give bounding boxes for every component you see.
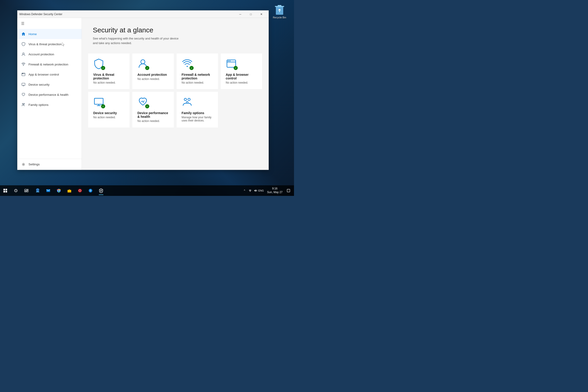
card-icon-wrap-firewall: ✓ bbox=[182, 58, 194, 70]
clock[interactable]: 9:16 Sun, May 27 bbox=[265, 187, 284, 194]
sidebar: ☰ Home bbox=[18, 18, 82, 170]
svg-rect-45 bbox=[68, 190, 71, 192]
clock-date: Sun, May 27 bbox=[267, 190, 282, 194]
svg-rect-38 bbox=[24, 191, 27, 192]
card-title-device-perf: Device performance & health bbox=[137, 111, 168, 118]
svg-rect-40 bbox=[27, 190, 28, 192]
taskbar-app-onedrive[interactable]: D bbox=[86, 186, 96, 196]
check-badge-firewall: ✓ bbox=[190, 66, 194, 70]
svg-point-19 bbox=[141, 60, 145, 64]
sidebar-item-home[interactable]: Home bbox=[18, 29, 82, 39]
sidebar-label-home: Home bbox=[28, 32, 37, 36]
svg-point-20 bbox=[186, 66, 188, 67]
svg-point-36 bbox=[15, 190, 16, 191]
subtitle-line1: See what's happening with the security a… bbox=[93, 37, 178, 40]
svg-point-48 bbox=[79, 190, 81, 192]
svg-rect-2 bbox=[278, 5, 281, 6]
home-icon bbox=[21, 32, 26, 36]
task-view-button[interactable] bbox=[21, 185, 32, 196]
title-bar: Windows Defender Security Center ─ □ ✕ bbox=[18, 10, 268, 18]
close-button[interactable]: ✕ bbox=[256, 10, 267, 18]
cards-section: ✓ Virus & threat protection No action ne… bbox=[82, 50, 268, 134]
taskbar: D ^ bbox=[0, 185, 294, 196]
svg-point-35 bbox=[14, 189, 17, 192]
card-app-browser[interactable]: ✓ App & browser control No action needed… bbox=[221, 54, 262, 89]
svg-point-28 bbox=[184, 98, 186, 100]
page-title: Security at a glance bbox=[93, 26, 258, 34]
recycle-bin[interactable]: Recycle Bin bbox=[272, 2, 287, 20]
card-title-account: Account protection bbox=[137, 73, 168, 76]
taskbar-right: ^ ENG bbox=[241, 185, 294, 196]
svg-rect-25 bbox=[94, 98, 103, 104]
subtitle-line2: and take any actions needed. bbox=[93, 41, 132, 45]
taskbar-app-explorer[interactable] bbox=[64, 186, 74, 196]
check-badge-app-browser: ✓ bbox=[234, 66, 238, 70]
volume-icon[interactable] bbox=[253, 188, 258, 193]
card-family[interactable]: Family options Manage how your family us… bbox=[177, 92, 218, 128]
svg-rect-39 bbox=[27, 189, 28, 190]
card-status-app-browser: No action needed. bbox=[226, 81, 257, 84]
card-title-virus: Virus & threat protection bbox=[93, 73, 124, 80]
card-icon-wrap-device-security: ✓ bbox=[93, 96, 105, 108]
check-badge-virus: ✓ bbox=[101, 66, 105, 70]
card-account[interactable]: ✓ Account protection No action needed. bbox=[132, 54, 174, 89]
show-hidden-icons[interactable]: ^ bbox=[242, 188, 247, 193]
card-status-firewall: No action needed. bbox=[182, 81, 213, 84]
window-controls: ─ □ ✕ bbox=[235, 10, 267, 18]
page-subtitle: See what's happening with the security a… bbox=[93, 36, 258, 45]
svg-point-10 bbox=[22, 73, 23, 74]
sidebar-item-device-security[interactable]: Device security bbox=[18, 80, 82, 90]
card-status-virus: No action needed. bbox=[93, 81, 124, 84]
taskbar-app-defender[interactable] bbox=[96, 186, 106, 196]
svg-point-23 bbox=[228, 61, 229, 62]
sidebar-item-app-browser[interactable]: App & browser control bbox=[18, 69, 82, 80]
sidebar-item-account[interactable]: Account protection bbox=[18, 49, 82, 59]
card-icon-wrap-virus: ✓ bbox=[93, 58, 105, 70]
sidebar-label-account: Account protection bbox=[28, 52, 54, 56]
network-icon[interactable] bbox=[248, 188, 252, 193]
shield-icon bbox=[21, 42, 26, 46]
sidebar-item-firewall[interactable]: Firewall & network protection bbox=[18, 59, 82, 69]
svg-point-11 bbox=[23, 73, 23, 74]
sidebar-label-device-security: Device security bbox=[28, 83, 50, 86]
sidebar-item-virus[interactable]: Virus & threat protection bbox=[18, 39, 82, 49]
taskbar-apps: D bbox=[32, 186, 106, 196]
app-window: Windows Defender Security Center ─ □ ✕ ☰ bbox=[17, 10, 269, 170]
card-firewall[interactable]: ✓ Firewall & network protection No actio… bbox=[177, 54, 218, 89]
sidebar-item-family[interactable]: Family options bbox=[18, 100, 82, 110]
sidebar-item-settings[interactable]: Settings bbox=[18, 159, 82, 170]
card-icon-wrap-device-perf: ✓ bbox=[137, 96, 149, 108]
card-device-perf[interactable]: ✓ Device performance & health No action … bbox=[132, 92, 174, 128]
start-button[interactable] bbox=[0, 185, 10, 196]
card-title-app-browser: App & browser control bbox=[226, 73, 257, 80]
taskbar-app-chrome[interactable] bbox=[54, 186, 64, 196]
svg-point-30 bbox=[186, 102, 188, 103]
sidebar-item-device-perf[interactable]: Device performance & health bbox=[18, 90, 82, 100]
sidebar-label-virus: Virus & threat protection bbox=[28, 42, 62, 46]
language-indicator[interactable]: ENG bbox=[259, 188, 264, 193]
svg-rect-12 bbox=[22, 83, 25, 86]
svg-rect-37 bbox=[24, 189, 27, 190]
family-icon bbox=[21, 102, 26, 107]
check-badge-account: ✓ bbox=[145, 66, 149, 70]
maximize-button[interactable]: □ bbox=[246, 10, 256, 18]
card-title-family: Family options bbox=[182, 111, 213, 115]
card-status-device-security: No action needed. bbox=[93, 116, 124, 119]
svg-point-29 bbox=[188, 98, 190, 100]
sidebar-label-family: Family options bbox=[28, 103, 48, 106]
taskbar-app-opera[interactable] bbox=[75, 186, 85, 196]
cortana-button[interactable] bbox=[10, 185, 21, 196]
card-virus[interactable]: ✓ Virus & threat protection No action ne… bbox=[88, 54, 130, 89]
taskbar-app-mail[interactable] bbox=[43, 186, 53, 196]
card-icon-wrap-app-browser: ✓ bbox=[226, 58, 238, 70]
minimize-button[interactable]: ─ bbox=[235, 10, 246, 18]
hamburger-button[interactable]: ☰ bbox=[18, 18, 82, 29]
svg-rect-31 bbox=[4, 189, 5, 190]
clock-time: 9:16 bbox=[272, 187, 278, 190]
taskbar-app-edge[interactable] bbox=[32, 186, 43, 196]
notification-button[interactable] bbox=[285, 185, 292, 196]
person-icon bbox=[21, 52, 26, 56]
svg-point-16 bbox=[24, 103, 24, 104]
card-device-security[interactable]: ✓ Device security No action needed. bbox=[88, 92, 130, 128]
svg-rect-41 bbox=[46, 189, 50, 192]
